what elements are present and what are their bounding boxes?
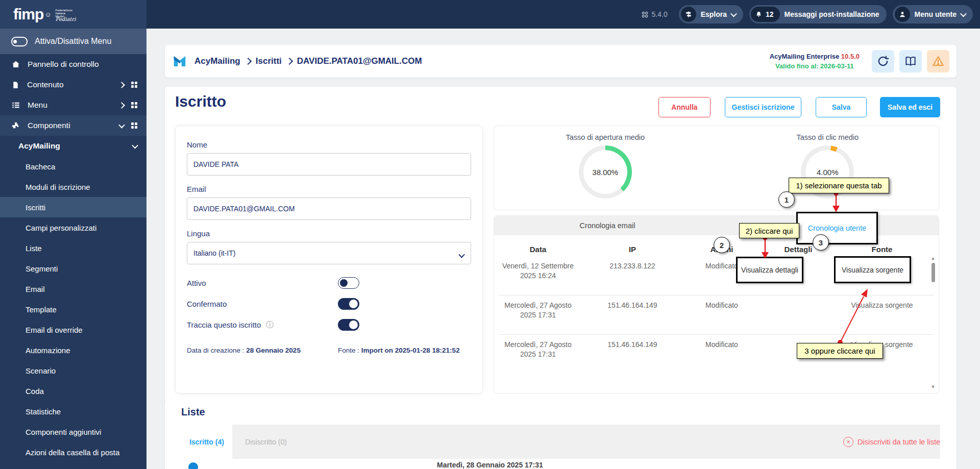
- view-details-link[interactable]: Visualizza dettagli: [736, 257, 803, 283]
- list-item-bullet: [188, 462, 198, 469]
- scroll-down-icon[interactable]: ▼: [931, 384, 936, 389]
- tab-iscritto[interactable]: Iscritto (4): [181, 425, 232, 459]
- user-menu-button[interactable]: Menu utente: [893, 5, 973, 23]
- annotation-step-2: 2: [714, 237, 730, 253]
- notifications-badge: 12: [751, 7, 780, 22]
- version-label: 5.4.0: [652, 10, 668, 18]
- table-scrollbar[interactable]: ▲ ▼: [930, 256, 936, 389]
- column-header-ip: IP: [579, 240, 686, 256]
- track-label: Traccia questo iscritto: [187, 320, 261, 329]
- tab-cronologia-utente[interactable]: Cronologia utente: [796, 212, 878, 244]
- breadcrumb-section-link[interactable]: Iscritti: [256, 56, 282, 66]
- language-label: Lingua: [187, 229, 471, 238]
- sidebar-item-componenti[interactable]: Componenti: [0, 115, 146, 136]
- annotation-callout-1: 1) selezionare questa tab: [789, 178, 889, 193]
- sidebar-item-email-di-override[interactable]: Email di override: [0, 319, 146, 340]
- sidebar-item-automazione[interactable]: Automazione: [0, 340, 146, 360]
- grid-icon[interactable]: [131, 122, 137, 129]
- save-button[interactable]: Salva: [816, 97, 867, 117]
- sidebar-item-menu[interactable]: Menu: [0, 95, 146, 115]
- grid-icon[interactable]: [131, 82, 137, 88]
- bell-icon: [755, 11, 763, 18]
- sidebar-item-segmenti[interactable]: Segmenti: [0, 258, 146, 279]
- sidebar-item-campi-personalizzati[interactable]: Campi personalizzati: [0, 217, 146, 238]
- stats-panel: Tasso di apertura medio 38.00% Tasso di …: [494, 126, 939, 210]
- sidebar-item-bacheca[interactable]: Bacheca: [0, 156, 146, 177]
- sidebar-item-iscritti[interactable]: Iscritti: [0, 197, 146, 217]
- sidebar-item-email[interactable]: Email: [0, 279, 146, 299]
- toggle-icon: [11, 37, 28, 46]
- info-icon[interactable]: ⓘ: [266, 320, 274, 330]
- messages-count: 12: [766, 10, 774, 18]
- chevron-right-icon: [244, 58, 252, 65]
- site-logo[interactable]: fimp☺ FederazioneItalianaMedici Pediatri: [0, 0, 146, 29]
- sidebar-item-componenti-aggiuntivi[interactable]: Componenti aggiuntivi: [0, 422, 146, 442]
- table-row: Mercoledì, 27 Agosto 2025 17:31 151.46.1…: [494, 295, 939, 334]
- view-source-link[interactable]: Visualizza sorgente: [834, 256, 911, 283]
- scrollbar-thumb[interactable]: [932, 263, 935, 282]
- tab-disiscritto[interactable]: Disiscritto (0): [238, 425, 294, 459]
- annotation-callout-3: 3 oppure cliccare qui: [797, 343, 883, 359]
- warning-button[interactable]: [927, 50, 949, 72]
- tab-cronologia-email[interactable]: Cronologia email: [494, 216, 721, 235]
- sidebar-item-liste[interactable]: Liste: [0, 238, 146, 258]
- signpost-icon: [681, 7, 696, 22]
- unsubscribe-all-link[interactable]: × Disiscriviti da tutte le liste: [843, 425, 940, 459]
- sidebar-item-acymailing[interactable]: AcyMailing: [0, 136, 146, 156]
- sidebar-item-statistiche[interactable]: Statistiche: [0, 401, 146, 422]
- subscriber-meta: Data di creazione : 28 Gennaio 2025 Font…: [187, 347, 471, 354]
- post-install-messages-button[interactable]: 12 Messaggi post-installazione: [749, 5, 887, 23]
- license-info: AcyMailing Enterprise 10.5.0 Valido fino…: [770, 52, 860, 71]
- logo-text: fimp: [13, 6, 43, 23]
- sidebar-item-azioni-casella-posta[interactable]: Azioni della casella di posta: [0, 442, 146, 462]
- sidebar-menu-toggle[interactable]: Attiva/Disattiva Menu: [0, 29, 146, 54]
- cancel-button[interactable]: Annulla: [658, 97, 710, 117]
- refresh-license-button[interactable]: [872, 50, 894, 72]
- explore-menu-button[interactable]: Esplora: [679, 5, 743, 23]
- language-select[interactable]: [187, 242, 471, 264]
- top-bar: 5.4.0 Esplora 12 Messaggi post-installaz…: [0, 0, 980, 29]
- grid-icon[interactable]: [131, 102, 137, 108]
- breadcrumb-bar: AcyMailing Iscritti DAVIDE.PATA01@GMAIL.…: [165, 45, 957, 78]
- sidebar-item-moduli-di-iscrizione[interactable]: Moduli di iscrizione: [0, 177, 146, 197]
- name-field[interactable]: [187, 153, 471, 176]
- page-title: Iscritto: [175, 93, 226, 110]
- chevron-down-icon: [960, 10, 967, 17]
- user-menu-label: Menu utente: [915, 10, 957, 18]
- chevron-down-icon: [730, 10, 737, 17]
- email-field[interactable]: [187, 198, 471, 220]
- sidebar-item-template[interactable]: Template: [0, 299, 146, 319]
- list-icon: [11, 101, 20, 110]
- manage-subscription-button[interactable]: Gestisci iscrizione: [725, 97, 801, 117]
- joomla-version: 5.4.0: [641, 10, 668, 18]
- save-and-exit-button[interactable]: Salva ed esci: [880, 97, 940, 117]
- sidebar-item-pannello-di-controllo[interactable]: Pannello di controllo: [0, 54, 146, 75]
- messages-label: Messaggi post-installazione: [785, 10, 879, 18]
- document-icon: [11, 81, 20, 89]
- column-header-data: Data: [497, 240, 579, 256]
- track-toggle[interactable]: [338, 319, 359, 331]
- view-source-link[interactable]: Visualizza sorgente: [839, 295, 925, 334]
- chevron-right-icon: [286, 58, 293, 65]
- confirmed-toggle[interactable]: [338, 298, 359, 310]
- open-rate-donut: 38.00%: [579, 145, 632, 199]
- explore-label: Esplora: [701, 10, 727, 18]
- sidebar-item-coda[interactable]: Coda: [0, 381, 146, 401]
- name-label: Nome: [187, 140, 471, 149]
- breadcrumb-app-link[interactable]: AcyMailing: [194, 56, 240, 66]
- annotation-callout-2: 2) cliccare qui: [739, 223, 799, 238]
- home-icon: [11, 60, 20, 69]
- active-toggle[interactable]: [338, 277, 359, 289]
- smiley-icon: ☺: [44, 11, 51, 18]
- scroll-up-icon[interactable]: ▲: [931, 256, 936, 261]
- subscriber-form: Nome Email Lingua Attivo Confermato Trac…: [175, 126, 483, 393]
- puzzle-icon: [11, 121, 20, 130]
- sidebar-item-contenuto[interactable]: Contenuto: [0, 75, 146, 95]
- open-rate-value: 38.00%: [592, 168, 618, 177]
- breadcrumb: AcyMailing Iscritti DAVIDE.PATA01@GMAIL.…: [194, 56, 422, 66]
- sidebar: fimp☺ FederazioneItalianaMedici Pediatri…: [0, 0, 146, 469]
- sidebar-item-scenario[interactable]: Scenario: [0, 360, 146, 381]
- documentation-button[interactable]: [899, 50, 922, 72]
- list-item-date: Martedì, 28 Gennaio 2025 17:31: [337, 461, 643, 469]
- annotation-step-1: 1: [778, 191, 795, 208]
